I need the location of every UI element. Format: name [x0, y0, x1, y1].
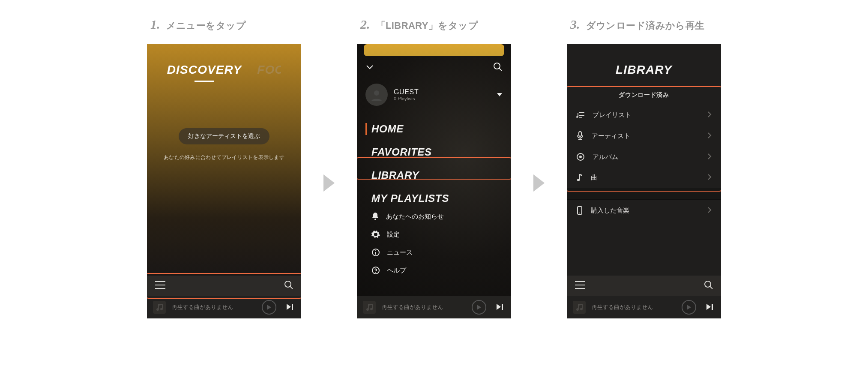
search-icon[interactable]	[493, 62, 503, 73]
screen-2: GUEST 0 Playlists HOME FAVORITES LIBRARY…	[357, 44, 511, 318]
svg-marker-22	[533, 174, 545, 192]
choose-artist-chip[interactable]: 好きなアーティストを選ぶ	[179, 128, 269, 144]
svg-line-41	[710, 286, 712, 289]
play-icon[interactable]	[682, 300, 696, 315]
gear-icon	[371, 230, 380, 239]
svg-rect-34	[579, 174, 580, 180]
screen-3: LIBRARY ダウンロード済み プレイリスト アーティスト アルバム	[567, 44, 721, 318]
nav-my-playlists[interactable]: MY PLAYLISTS	[371, 191, 449, 206]
arrow-icon	[322, 173, 336, 193]
play-icon[interactable]	[472, 300, 486, 315]
info-icon	[371, 248, 380, 257]
svg-marker-20	[497, 304, 501, 310]
note-icon	[576, 173, 583, 182]
library-item-purchased[interactable]: 購入した音楽	[567, 200, 721, 221]
menu-icon[interactable]	[575, 281, 586, 291]
svg-rect-28	[579, 132, 581, 136]
step-number: 2.	[360, 17, 370, 32]
microphone-icon	[576, 131, 584, 141]
nav-favorites[interactable]: FAVORITES	[371, 144, 449, 160]
svg-rect-7	[292, 304, 293, 310]
phone-icon	[576, 206, 583, 215]
step-text: ダウンロード済みから再生	[586, 19, 705, 32]
tab-focus[interactable]: FOCUS	[257, 63, 281, 77]
downloaded-section-header: ダウンロード済み	[567, 91, 721, 99]
subnav-notifications[interactable]: あなたへのお知らせ	[371, 212, 444, 221]
playlist-icon	[576, 111, 585, 119]
step-3-caption: 3. ダウンロード済みから再生	[570, 17, 705, 32]
subnav-help[interactable]: ヘルプ	[371, 266, 444, 275]
top-banner	[364, 44, 504, 56]
search-icon[interactable]	[704, 280, 713, 291]
tab-discovery[interactable]: DISCOVERY	[167, 63, 242, 77]
arrow-icon	[532, 173, 546, 193]
svg-point-16	[375, 250, 376, 251]
item-label: プレイリスト	[593, 111, 631, 119]
subnav-label: 設定	[387, 231, 400, 239]
chevron-right-icon	[707, 174, 712, 182]
user-playlist-count: 0 Playlists	[394, 96, 419, 101]
svg-point-36	[579, 213, 580, 213]
skip-forward-icon[interactable]	[287, 304, 295, 311]
step-1-caption: 1. メニューをタップ	[150, 17, 246, 32]
svg-marker-43	[706, 304, 711, 310]
svg-point-32	[580, 156, 581, 158]
caret-down-icon[interactable]	[497, 91, 503, 99]
svg-line-10	[499, 68, 502, 71]
svg-marker-19	[477, 305, 481, 310]
discovery-subtitle: あなたの好みに合わせてプレイリストを表示します	[147, 154, 301, 161]
search-icon[interactable]	[284, 280, 293, 291]
chevron-right-icon	[707, 132, 712, 140]
subnav-label: あなたへのお知らせ	[386, 213, 444, 221]
chevron-right-icon	[707, 153, 712, 161]
now-playing-bar[interactable]: 再生する曲がありません	[357, 296, 511, 318]
screen-1: DISCOVERY FOCUS 好きなアーティストを選ぶ あなたの好みに合わせて…	[147, 44, 301, 318]
svg-rect-44	[712, 304, 713, 310]
svg-rect-21	[502, 304, 503, 310]
library-item-playlist[interactable]: プレイリスト	[567, 105, 721, 125]
step-2-caption: 2. 「LIBRARY」をタップ	[360, 17, 478, 32]
svg-marker-12	[497, 93, 502, 96]
subnav-settings[interactable]: 設定	[371, 230, 444, 239]
now-playing-text: 再生する曲がありません	[382, 303, 443, 311]
subnav-label: ニュース	[387, 249, 413, 257]
skip-forward-icon[interactable]	[497, 304, 505, 311]
subnav-news[interactable]: ニュース	[371, 248, 444, 257]
svg-line-4	[290, 286, 293, 289]
svg-point-13	[374, 219, 376, 220]
now-playing-text: 再生する曲がありません	[592, 303, 653, 311]
library-item-album[interactable]: アルバム	[567, 147, 721, 167]
svg-point-9	[494, 63, 500, 69]
avatar	[365, 84, 388, 106]
user-row[interactable]: GUEST 0 Playlists	[365, 84, 503, 106]
bottom-bar	[567, 276, 721, 296]
item-label: 曲	[591, 174, 597, 182]
disc-icon	[576, 153, 585, 161]
nav-library[interactable]: LIBRARY	[371, 168, 449, 183]
nav-home[interactable]: HOME	[371, 121, 449, 137]
svg-point-3	[285, 281, 291, 287]
item-label: 購入した音楽	[591, 207, 629, 215]
library-item-artist[interactable]: アーティスト	[567, 125, 721, 147]
now-playing-bar[interactable]: 再生する曲がありません	[567, 296, 721, 318]
menu-icon[interactable]	[155, 281, 166, 291]
now-playing-text: 再生する曲がありません	[172, 303, 233, 311]
chevron-right-icon	[707, 207, 712, 215]
svg-marker-42	[687, 305, 691, 310]
play-icon[interactable]	[262, 300, 276, 315]
chevron-down-icon[interactable]	[365, 64, 374, 72]
svg-marker-8	[323, 174, 335, 192]
svg-point-18	[375, 272, 376, 273]
item-label: アルバム	[593, 153, 618, 161]
music-note-icon	[363, 301, 376, 314]
skip-forward-icon[interactable]	[706, 304, 715, 311]
help-icon	[371, 266, 380, 275]
item-label: アーティスト	[592, 132, 630, 140]
svg-point-40	[705, 281, 711, 287]
library-item-song[interactable]: 曲	[567, 167, 721, 188]
svg-point-11	[374, 90, 379, 96]
user-name: GUEST	[394, 88, 419, 96]
music-note-icon	[153, 301, 166, 314]
step-number: 1.	[150, 17, 160, 32]
now-playing-bar[interactable]: 再生する曲がありません	[147, 296, 301, 318]
